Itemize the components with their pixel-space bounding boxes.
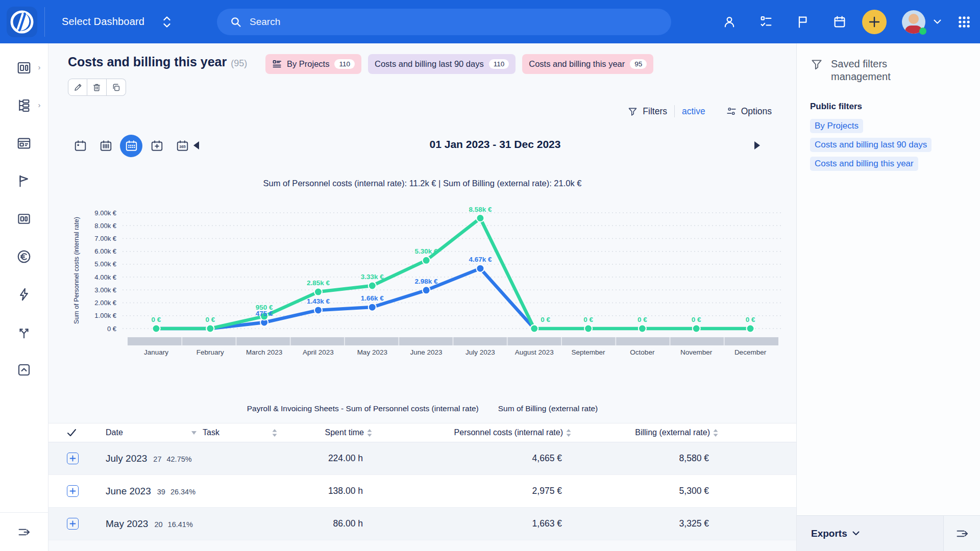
svg-text:0 €: 0 € xyxy=(541,316,550,323)
view-month-button[interactable] xyxy=(120,135,142,157)
table-row[interactable]: May 20232016.41% 86.00 h 1,663 € 3,325 € xyxy=(48,508,796,540)
chip-by-projects[interactable]: By Projects 110 xyxy=(265,54,361,74)
chevron-down-icon[interactable] xyxy=(934,19,941,24)
sidebar-item-projects-tree[interactable]: › xyxy=(0,98,48,113)
column-header-billing[interactable]: Billing (external rate) xyxy=(575,428,722,437)
view-day-button[interactable] xyxy=(69,135,91,157)
exports-label: Exports xyxy=(811,528,847,539)
cell-billing: 8,580 € xyxy=(575,453,722,464)
svg-text:2.85k €: 2.85k € xyxy=(307,279,330,287)
sidebar-item-browser[interactable] xyxy=(0,136,48,151)
filter-link-costs-this-year[interactable]: Costs and billing this year xyxy=(810,157,918,171)
panel-title: Saved filters management xyxy=(831,58,891,83)
svg-text:8.58k €: 8.58k € xyxy=(469,206,492,213)
svg-text:Sum of Personnel costs (intern: Sum of Personnel costs (internal rate) xyxy=(73,217,80,324)
svg-text:4.67k €: 4.67k € xyxy=(469,256,492,263)
expand-row-button[interactable] xyxy=(67,453,79,464)
select-all-checkmark[interactable] xyxy=(48,429,106,437)
funnel-icon xyxy=(627,106,638,117)
filter-link-costs-90-days[interactable]: Costs and billing last 90 days xyxy=(810,138,932,152)
expand-sidebar-button[interactable] xyxy=(0,512,48,551)
date-range-label: 01 Jan 2023 - 31 Dec 2023 xyxy=(393,138,597,151)
table-row[interactable]: June 20233926.34% 138.00 h 2,975 € 5,300… xyxy=(48,475,796,508)
previous-period-button[interactable] xyxy=(193,141,200,150)
cell-date: July 20232742.75% xyxy=(106,453,203,464)
toolbar-divider xyxy=(674,105,675,117)
page-count: (95) xyxy=(231,58,247,69)
cell-personnel-costs: 4,665 € xyxy=(376,453,575,464)
public-filters-list: By Projects Costs and billing last 90 da… xyxy=(810,119,980,171)
cell-date: May 20232016.41% xyxy=(106,518,203,530)
calendar-icon[interactable] xyxy=(832,15,847,29)
filters-toolbar: Filters active Options xyxy=(627,105,772,117)
search-bar[interactable] xyxy=(217,9,671,35)
delete-button[interactable] xyxy=(87,79,107,96)
edit-button[interactable] xyxy=(68,79,87,96)
chevron-down-icon xyxy=(852,531,860,536)
chevron-right-icon: › xyxy=(38,63,41,71)
cell-spent-time: 138.00 h xyxy=(283,486,376,496)
sidebar-item-exports[interactable] xyxy=(0,362,48,378)
duplicate-button[interactable] xyxy=(107,79,126,96)
legend-billing[interactable]: Sum of Billing (external rate) xyxy=(498,404,598,413)
view-week-button[interactable] xyxy=(94,135,117,157)
svg-text:1.43k €: 1.43k € xyxy=(307,297,330,305)
next-period-button[interactable] xyxy=(754,141,761,150)
flag-icon[interactable] xyxy=(796,15,810,29)
svg-text:January: January xyxy=(144,348,168,356)
sidebar-item-reports[interactable] xyxy=(0,211,48,227)
column-header-spent-time[interactable]: Spent time xyxy=(283,428,376,437)
public-filters-heading: Public filters xyxy=(810,102,980,112)
profile-icon[interactable] xyxy=(722,15,737,29)
apps-grid-icon[interactable] xyxy=(957,14,972,30)
svg-text:May 2023: May 2023 xyxy=(357,348,387,356)
sort-icon xyxy=(713,429,718,437)
search-input[interactable] xyxy=(250,16,607,28)
options-button[interactable]: Options xyxy=(726,106,772,117)
dashboard-selector[interactable]: Select Dashboard xyxy=(62,15,171,29)
view-year-button[interactable]: 365 xyxy=(171,135,193,157)
svg-text:5.00k €: 5.00k € xyxy=(94,260,116,268)
expand-row-button[interactable] xyxy=(67,485,79,497)
calendar-365-icon: 365 xyxy=(176,139,189,153)
trash-icon xyxy=(92,83,102,92)
user-avatar[interactable] xyxy=(902,10,925,34)
sidebar-item-automations[interactable] xyxy=(0,287,48,302)
svg-text:October: October xyxy=(630,348,655,356)
column-header-task[interactable]: Task xyxy=(203,428,283,437)
cell-billing: 5,300 € xyxy=(575,486,722,496)
costs-billing-line-chart[interactable]: 0 €1.00k €2.00k €3.00k €4.00k €5.00k €6.… xyxy=(71,204,796,357)
tasks-icon[interactable] xyxy=(759,15,773,29)
expand-row-button[interactable] xyxy=(67,518,79,530)
svg-text:1.66k €: 1.66k € xyxy=(361,294,384,302)
chip-costs-this-year[interactable]: Costs and billing this year 95 xyxy=(522,54,653,74)
app-logo[interactable] xyxy=(7,7,37,37)
exports-button[interactable]: Exports xyxy=(797,515,943,551)
chip-costs-90-days[interactable]: Costs and billing last 90 days 110 xyxy=(368,54,516,74)
sidebar-item-dashboards[interactable]: › xyxy=(0,60,48,76)
svg-text:9.00k €: 9.00k € xyxy=(94,209,116,217)
collapse-panel-button[interactable] xyxy=(943,515,980,551)
chip-count-badge: 95 xyxy=(630,59,647,69)
legend-personnel-costs[interactable]: Payroll & Invoicing Sheets - Sum of Pers… xyxy=(247,404,479,413)
column-header-date[interactable]: Date xyxy=(106,428,203,437)
sidebar-item-integrations[interactable] xyxy=(0,324,48,340)
svg-text:7.00k €: 7.00k € xyxy=(94,235,116,242)
sidebar-item-milestones[interactable] xyxy=(0,173,48,189)
filter-link-by-projects[interactable]: By Projects xyxy=(810,119,863,133)
chart-summary: Sum of Personnel costs (internal rate): … xyxy=(48,179,796,188)
column-header-personnel-costs[interactable]: Personnel costs (internal rate) xyxy=(376,428,575,437)
table-row[interactable]: July 20232742.75% 224.00 h 4,665 € 8,580… xyxy=(48,442,796,475)
view-custom-button[interactable] xyxy=(145,135,168,157)
plus-icon xyxy=(69,520,76,527)
sliders-icon xyxy=(726,106,737,117)
filters-label[interactable]: Filters xyxy=(643,106,667,117)
sidebar-item-billing[interactable] xyxy=(0,249,48,264)
cell-billing: 3,325 € xyxy=(575,518,722,529)
chip-label: By Projects xyxy=(287,59,329,69)
svg-text:August 2023: August 2023 xyxy=(515,348,554,356)
add-button[interactable] xyxy=(862,10,887,34)
svg-text:April 2023: April 2023 xyxy=(303,348,334,356)
copy-icon xyxy=(111,83,121,92)
filters-active-link[interactable]: active xyxy=(682,106,705,117)
